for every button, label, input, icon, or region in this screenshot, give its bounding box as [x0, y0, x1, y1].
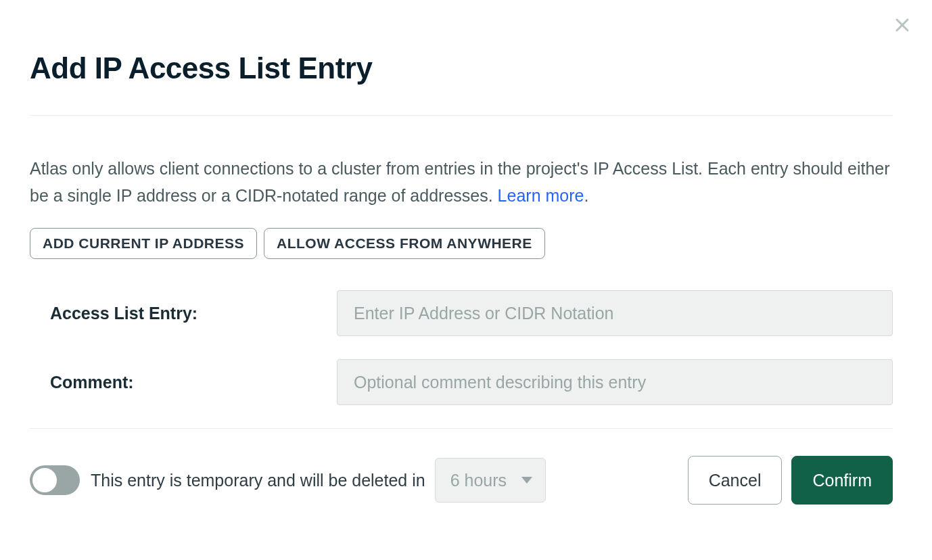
comment-input[interactable]	[337, 359, 893, 405]
toggle-knob	[32, 468, 57, 492]
close-button[interactable]	[889, 12, 916, 39]
modal-footer: This entry is temporary and will be dele…	[30, 456, 893, 505]
temporary-duration-wrap: 6 hours	[435, 458, 546, 503]
modal-title: Add IP Access List Entry	[30, 51, 893, 85]
shortcut-buttons: ADD CURRENT IP ADDRESS ALLOW ACCESS FROM…	[30, 228, 893, 259]
comment-row: Comment:	[30, 359, 893, 405]
temporary-toggle[interactable]	[30, 465, 80, 495]
add-current-ip-button[interactable]: ADD CURRENT IP ADDRESS	[30, 228, 257, 259]
access-list-entry-label: Access List Entry:	[50, 304, 337, 323]
access-list-entry-input[interactable]	[337, 290, 893, 336]
access-list-entry-row: Access List Entry:	[30, 290, 893, 336]
header-divider	[30, 115, 893, 116]
description-period: .	[584, 186, 588, 205]
temporary-duration-select[interactable]: 6 hours	[435, 458, 546, 503]
learn-more-link[interactable]: Learn more	[498, 186, 584, 205]
close-icon	[894, 17, 910, 35]
comment-label: Comment:	[50, 373, 337, 392]
modal-description: Atlas only allows client connections to …	[30, 155, 893, 209]
confirm-button[interactable]: Confirm	[791, 456, 893, 505]
cancel-button[interactable]: Cancel	[688, 456, 783, 505]
footer-divider	[30, 428, 893, 429]
description-text: Atlas only allows client connections to …	[30, 159, 890, 205]
allow-anywhere-button[interactable]: ALLOW ACCESS FROM ANYWHERE	[264, 228, 545, 259]
temporary-label: This entry is temporary and will be dele…	[91, 471, 425, 490]
add-ip-access-modal: Add IP Access List Entry Atlas only allo…	[30, 14, 893, 505]
